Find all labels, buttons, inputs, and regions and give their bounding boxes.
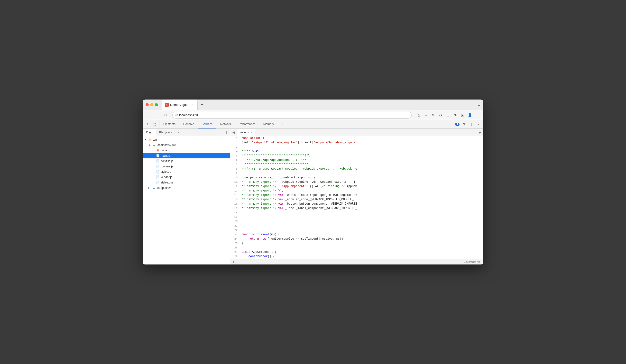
code-line: 7 \**********************************/	[230, 162, 483, 167]
file-tree-tab-filesystem[interactable]: Filesystem	[156, 129, 175, 136]
line-content: /* harmony export */ __webpack_require__…	[240, 180, 355, 184]
line-content: /* harmony export */ });	[240, 188, 283, 193]
line-number: 9	[230, 171, 240, 176]
line-content	[240, 171, 241, 176]
line-number: 15	[230, 197, 240, 202]
line-number: 10	[230, 176, 240, 180]
tab-close-button[interactable]: ×	[191, 103, 195, 107]
tab-performance[interactable]: Performance	[235, 120, 259, 128]
tree-label-localhost: localhost:4200	[157, 143, 175, 147]
line-content: /* harmony import */ var _label_label_co…	[240, 206, 357, 211]
line-content	[240, 228, 241, 232]
back-button[interactable]: ←	[146, 112, 152, 118]
tab-console[interactable]: Console	[179, 120, 198, 128]
line-number: 23	[230, 232, 240, 237]
code-line: 11 /* harmony export */ __webpack_requir…	[230, 180, 483, 184]
share-icon[interactable]: ⎙	[415, 112, 422, 118]
maximize-button[interactable]	[155, 103, 158, 106]
extension-icon[interactable]: ⊕	[430, 112, 437, 118]
devtools-settings-button[interactable]: ⚙	[461, 121, 467, 127]
line-content	[240, 219, 241, 224]
devtools-close-button[interactable]: ×	[475, 121, 481, 127]
more-icon[interactable]: ⋮	[474, 112, 480, 118]
js-file-icon: 📄	[156, 154, 160, 158]
close-button[interactable]	[146, 103, 149, 106]
tree-item-top[interactable]: ▼ 📁 top	[143, 137, 230, 142]
tree-label-webpack: webpack://	[157, 186, 171, 189]
bottom-bar-left: { }	[233, 260, 235, 263]
tab-elements[interactable]: Elements	[159, 120, 179, 128]
tab-more[interactable]: »	[278, 120, 287, 128]
settings-icon[interactable]: ⚙	[437, 112, 444, 118]
code-bottom-bar: { } Coverage: n/a	[230, 259, 483, 264]
browser-tab[interactable]: A DemoAngular ×	[162, 100, 198, 110]
address-bar[interactable]: ⓘ localhost:4200	[172, 112, 412, 118]
chevron-down-icon[interactable]: ⌄	[477, 103, 480, 107]
tree-label-main-js: main.js	[161, 154, 170, 157]
code-tab-filename: main.js	[239, 131, 249, 134]
code-line: 12 /* harmony export */ "AppComponent": …	[230, 184, 483, 188]
code-editor[interactable]: 1 "use strict"; 2 (self["webpackChunkdem…	[230, 136, 483, 259]
file-tree-more-tabs[interactable]: »	[175, 131, 181, 134]
line-number: 19	[230, 215, 240, 219]
tree-item-styles-js[interactable]: 📄 styles.js	[143, 169, 230, 175]
sidebar-icon[interactable]: ▣	[459, 112, 466, 118]
tree-item-polyfills[interactable]: 📄 polyfills.js	[143, 158, 230, 164]
tree-item-vendor[interactable]: 📄 vendor.js	[143, 175, 230, 180]
tree-item-main-js[interactable]: 📄 main.js	[143, 153, 230, 158]
address-text: localhost:4200	[179, 113, 199, 117]
tab-title: DemoAngular	[170, 103, 190, 107]
tab-network[interactable]: Network	[216, 120, 235, 128]
js-file-icon: 📄	[156, 164, 160, 168]
file-tree-menu[interactable]: ⋮	[223, 130, 230, 134]
arrow-icon: ▼	[149, 144, 152, 146]
flask-icon[interactable]: ⚗	[452, 112, 459, 118]
collapse-panel-button[interactable]: ▶	[476, 129, 483, 136]
tree-item-localhost[interactable]: ▼ ☁ localhost:4200	[143, 142, 230, 148]
code-tab-main-js[interactable]: main.js ×	[237, 129, 256, 136]
tree-item-styles-css[interactable]: 📄 styles.css	[143, 180, 230, 185]
code-line: 3	[230, 145, 483, 149]
tree-item-runtime[interactable]: 📄 runtime.js	[143, 164, 230, 169]
line-number: 5	[230, 153, 240, 158]
tree-label-top: top	[153, 138, 157, 141]
minimize-button[interactable]	[150, 103, 153, 106]
nav-actions: ⎙ ☆ ⊕ ⚙ ⬚ ⚗ ▣ 👤 ⋮	[415, 112, 480, 118]
expand-panel-button[interactable]: ◀	[230, 129, 237, 136]
html-file-icon: ▣	[156, 148, 160, 152]
devtools-more-button[interactable]: ⋮	[468, 121, 474, 127]
device-mode-button[interactable]: ⬚	[151, 121, 157, 127]
line-content: constructor() {	[240, 254, 275, 259]
line-content	[240, 215, 241, 219]
puzzle-icon[interactable]: ⬚	[444, 112, 451, 118]
line-content: function timeout(ms) {	[240, 232, 280, 237]
tree-item-webpack[interactable]: ▶ ☁ webpack://	[143, 185, 230, 190]
line-number: 7	[230, 162, 240, 167]
file-tree-tab-page[interactable]: Page	[143, 129, 156, 136]
line-number: 18	[230, 211, 240, 215]
forward-button[interactable]: →	[154, 112, 161, 118]
tab-memory[interactable]: Memory	[259, 120, 278, 128]
code-tabs: ◀ main.js × ▶	[230, 129, 483, 136]
tree-item-index[interactable]: ▣ (index)	[143, 148, 230, 153]
code-line: 14 /* harmony import */ var _Users_bramu…	[230, 193, 483, 197]
code-tab-close-button[interactable]: ×	[250, 131, 253, 134]
devtools-left-tools: ↖ ⬚	[143, 120, 159, 128]
bookmark-icon[interactable]: ☆	[423, 112, 429, 118]
line-number: 2	[230, 140, 240, 145]
profile-icon[interactable]: 👤	[466, 112, 473, 118]
line-content: return new Promise(resolve => setTimeout…	[240, 237, 345, 241]
line-content	[240, 211, 241, 215]
line-number: 17	[230, 206, 240, 211]
tree-label-index: (index)	[161, 149, 170, 152]
code-line: 19	[230, 215, 483, 219]
file-tree-panel: Page Filesystem » ⋮ ▼ 📁 top ▼	[143, 129, 230, 264]
console-badge: 1	[455, 123, 460, 126]
reload-button[interactable]: ↻	[162, 112, 169, 118]
code-line: 20	[230, 219, 483, 224]
tab-sources[interactable]: Sources	[198, 120, 216, 128]
format-braces-button[interactable]: { }	[233, 260, 235, 263]
new-tab-button[interactable]: +	[199, 102, 205, 108]
folder-icon: 📁	[148, 138, 152, 142]
inspect-element-button[interactable]: ↖	[145, 121, 151, 127]
